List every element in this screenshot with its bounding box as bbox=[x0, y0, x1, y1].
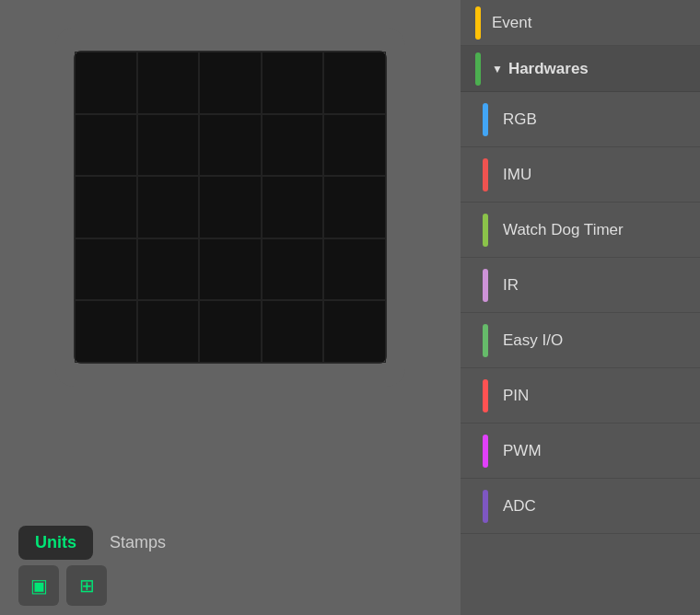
right-panel: Event ▼ Hardwares RGBIMUWatch Dog TimerI… bbox=[461, 0, 700, 615]
grid-cell bbox=[262, 300, 324, 363]
hardware-menu-item[interactable]: PWM bbox=[461, 424, 700, 479]
grid-cell bbox=[199, 238, 262, 301]
grid-cell bbox=[199, 300, 262, 363]
item-color-bar bbox=[483, 214, 488, 247]
item-label: IR bbox=[503, 276, 519, 295]
hardware-menu-item[interactable]: Easy I/O bbox=[461, 313, 700, 368]
grid-cell bbox=[75, 176, 137, 238]
grid-cell bbox=[323, 238, 386, 301]
grid-cell bbox=[323, 52, 386, 114]
grid-cell bbox=[262, 238, 324, 301]
tab-units[interactable]: Units bbox=[18, 526, 93, 560]
item-color-bar bbox=[483, 103, 488, 136]
grid-cell bbox=[75, 114, 137, 177]
hardware-menu-item[interactable]: ADC bbox=[461, 479, 700, 534]
grid-cell bbox=[262, 176, 324, 238]
units-icon-button[interactable]: ▣ bbox=[18, 565, 59, 606]
tab-stamps[interactable]: Stamps bbox=[93, 526, 182, 560]
hardwares-color-indicator bbox=[475, 52, 481, 86]
grid-cell bbox=[323, 176, 386, 238]
item-color-bar bbox=[483, 269, 488, 302]
grid-cell bbox=[199, 176, 262, 238]
grid-cell bbox=[199, 114, 262, 177]
item-label: PIN bbox=[503, 387, 529, 405]
item-label: Easy I/O bbox=[503, 331, 563, 350]
grid-cell bbox=[137, 238, 200, 301]
hardware-items-list: RGBIMUWatch Dog TimerIREasy I/OPINPWMADC bbox=[461, 92, 700, 534]
collapse-triangle-icon: ▼ bbox=[492, 63, 503, 75]
grid-cell bbox=[323, 300, 386, 363]
item-label: RGB bbox=[503, 110, 537, 129]
second-icon-button[interactable]: ⊞ bbox=[66, 565, 107, 606]
hardware-menu-item[interactable]: Watch Dog Timer bbox=[461, 203, 700, 258]
grid-cell bbox=[137, 52, 200, 114]
units-icon: ▣ bbox=[30, 574, 48, 597]
hardware-menu-item[interactable]: IMU bbox=[461, 147, 700, 203]
item-color-bar bbox=[483, 324, 488, 357]
hardware-menu-item[interactable]: PIN bbox=[461, 368, 700, 424]
grid-cell bbox=[262, 114, 324, 177]
grid-cell bbox=[137, 176, 200, 238]
hardwares-row[interactable]: ▼ Hardwares bbox=[461, 46, 700, 92]
left-panel: Units Stamps ▣ ⊞ bbox=[0, 0, 461, 615]
grid-cell bbox=[323, 114, 386, 177]
item-color-bar bbox=[483, 379, 488, 412]
canvas-container bbox=[55, 28, 405, 387]
item-color-bar bbox=[483, 435, 488, 468]
hardware-menu-item[interactable]: IR bbox=[461, 258, 700, 313]
grid-cell bbox=[75, 300, 137, 363]
item-color-bar bbox=[483, 490, 488, 523]
grid-cell bbox=[75, 238, 137, 301]
hardwares-label: Hardwares bbox=[508, 60, 589, 78]
grid-cell bbox=[262, 52, 324, 114]
canvas-grid bbox=[74, 51, 387, 364]
grid-cell bbox=[199, 52, 262, 114]
tabs-container: Units Stamps bbox=[18, 526, 182, 560]
second-icon: ⊞ bbox=[79, 574, 95, 597]
item-label: PWM bbox=[503, 442, 542, 460]
item-color-bar bbox=[483, 158, 488, 191]
grid-cell bbox=[75, 52, 137, 114]
event-label: Event bbox=[492, 14, 531, 32]
item-label: ADC bbox=[503, 497, 536, 516]
item-label: Watch Dog Timer bbox=[503, 221, 624, 239]
hardware-menu-item[interactable]: RGB bbox=[461, 92, 700, 147]
item-label: IMU bbox=[503, 166, 531, 184]
grid-cell bbox=[137, 114, 200, 177]
bottom-icons: ▣ ⊞ bbox=[18, 565, 107, 606]
event-color-indicator bbox=[475, 6, 481, 40]
event-row[interactable]: Event bbox=[461, 0, 700, 46]
grid-cell bbox=[137, 300, 200, 363]
